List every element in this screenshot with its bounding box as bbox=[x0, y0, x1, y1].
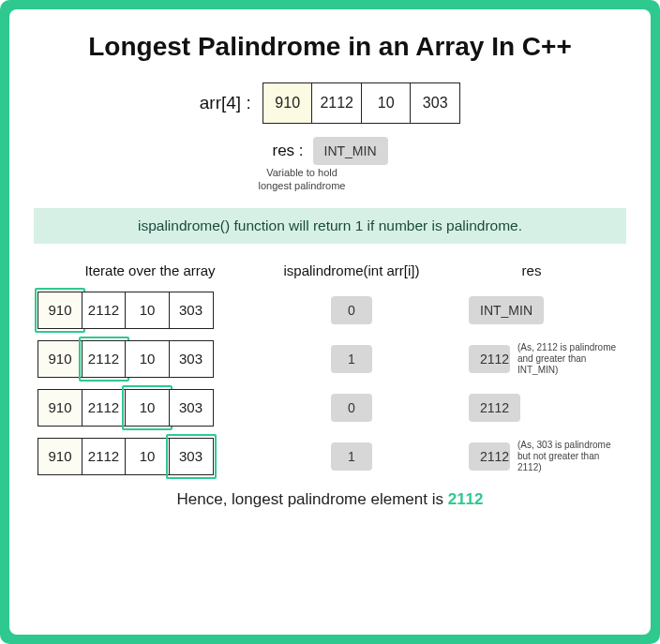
array-cell: 10 bbox=[361, 82, 412, 124]
array-cell: 910 bbox=[262, 82, 313, 124]
res-note: (As, 303 is palindrome but not greater t… bbox=[518, 440, 622, 473]
ispalindrome-col: 1 bbox=[262, 442, 441, 471]
iteration-cell: 10 bbox=[125, 340, 170, 378]
res-col: INT_MIN bbox=[441, 296, 622, 324]
header-res: res bbox=[441, 262, 622, 278]
iteration-cells-wrap: 910211210303 bbox=[38, 340, 262, 378]
page-title: Longest Palindrome in an Array In C++ bbox=[38, 32, 622, 62]
res-col: 2112(As, 2112 is palindrome and greater … bbox=[441, 342, 622, 376]
iteration-row: 9102112103030INT_MIN bbox=[38, 292, 622, 329]
variable-note-line2: longest palindrome bbox=[259, 180, 346, 191]
iteration-cells-wrap: 910211210303 bbox=[38, 292, 262, 329]
iteration-cells: 910211210303 bbox=[38, 438, 214, 475]
table-headers: Iterate over the array ispalindrome(int … bbox=[38, 262, 622, 278]
res-col: 2112 bbox=[441, 394, 622, 422]
iteration-cells-wrap: 910211210303 bbox=[38, 389, 262, 427]
res-value: 2112 bbox=[469, 442, 510, 471]
array-definition-row: arr[4] : 910211210303 bbox=[38, 82, 622, 124]
iteration-cell: 10 bbox=[125, 292, 170, 329]
ispalindrome-col: 0 bbox=[262, 296, 441, 324]
array-cell: 2112 bbox=[311, 82, 362, 124]
iteration-cell: 303 bbox=[169, 340, 214, 378]
ispalindrome-col: 1 bbox=[262, 345, 441, 373]
iteration-cells: 910211210303 bbox=[38, 389, 214, 427]
res-label: res : bbox=[272, 142, 303, 160]
conclusion: Hence, longest palindrome element is 211… bbox=[38, 490, 622, 509]
iteration-cell: 303 bbox=[169, 389, 214, 427]
diagram-card: Longest Palindrome in an Array In C++ ar… bbox=[9, 9, 651, 635]
res-note: (As, 2112 is palindrome and greater than… bbox=[518, 342, 622, 376]
conclusion-prefix: Hence, longest palindrome element is bbox=[177, 490, 448, 508]
res-value: 2112 bbox=[469, 394, 520, 422]
iteration-cell: 2112 bbox=[82, 389, 127, 427]
array-cells: 910211210303 bbox=[262, 82, 461, 124]
iteration-cell: 2112 bbox=[82, 438, 127, 475]
res-initial-value: INT_MIN bbox=[313, 137, 388, 165]
iteration-cell: 910 bbox=[38, 389, 82, 427]
iteration-cell: 10 bbox=[125, 438, 170, 475]
header-ispalindrome: ispalindrome(int arr[i]) bbox=[262, 262, 441, 278]
iteration-cell: 2112 bbox=[82, 292, 127, 329]
array-cell: 303 bbox=[410, 82, 460, 124]
variable-note-line1: Variable to hold bbox=[266, 167, 338, 178]
iteration-cell: 10 bbox=[125, 389, 170, 427]
iteration-cell: 303 bbox=[169, 292, 214, 329]
iteration-cell: 2112 bbox=[82, 340, 127, 378]
outer-frame: Longest Palindrome in an Array In C++ ar… bbox=[0, 0, 660, 644]
iteration-row: 91021121030312112(As, 303 is palindrome … bbox=[38, 438, 622, 475]
array-label: arr[4] : bbox=[200, 93, 251, 113]
iteration-cells: 910211210303 bbox=[38, 292, 214, 329]
res-value: 2112 bbox=[469, 345, 510, 373]
ispalindrome-col: 0 bbox=[262, 394, 441, 422]
iteration-cells: 910211210303 bbox=[38, 340, 214, 378]
iteration-cell: 910 bbox=[38, 438, 82, 475]
function-description-banner: ispalindrome() function will return 1 if… bbox=[34, 208, 626, 244]
res-value: INT_MIN bbox=[469, 296, 544, 324]
iteration-cell: 910 bbox=[38, 292, 82, 329]
iteration-cell: 303 bbox=[169, 438, 214, 475]
iteration-cells-wrap: 910211210303 bbox=[38, 438, 262, 475]
ispalindrome-value: 0 bbox=[331, 394, 372, 422]
iteration-rows: 9102112103030INT_MIN91021121030312112(As… bbox=[38, 292, 622, 475]
res-col: 2112(As, 303 is palindrome but not great… bbox=[441, 440, 622, 473]
conclusion-answer: 2112 bbox=[448, 490, 484, 508]
header-iterate: Iterate over the array bbox=[38, 262, 262, 278]
iteration-row: 91021121030302112 bbox=[38, 389, 622, 427]
ispalindrome-value: 1 bbox=[331, 442, 372, 471]
ispalindrome-value: 0 bbox=[331, 296, 372, 324]
iteration-cell: 910 bbox=[38, 340, 82, 378]
res-initial-row: res : INT_MIN bbox=[38, 137, 622, 165]
ispalindrome-value: 1 bbox=[331, 345, 372, 373]
iteration-row: 91021121030312112(As, 2112 is palindrome… bbox=[38, 340, 622, 378]
variable-note: Variable to hold longest palindrome bbox=[0, 167, 622, 193]
